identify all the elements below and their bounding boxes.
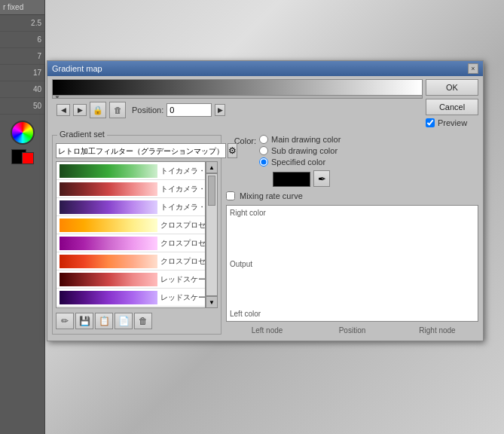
number-value-4: 40 [33,85,41,93]
position-expand-button[interactable]: ▶ [215,104,225,116]
gradient-item-label-6: レッドスケール・淡 [160,274,206,285]
gradient-item-label-1: トイカメラ・赤 [160,184,206,194]
left-panel-item: 50 [0,98,44,115]
next-node-button[interactable]: ▶ [73,104,87,116]
scroll-down-button[interactable]: ▼ [206,296,218,308]
ok-button[interactable]: OK [426,79,478,96]
gradient-ruler: ▼ [53,95,422,99]
ruler-marker-left: ▼ [54,94,60,99]
gradient-item-label-4: クロスプロセス・紫 [160,238,206,249]
gradient-set-group: Gradient set レトロ加工フィルター（グラデーションマップ） ⚙ トイ… [52,135,221,335]
left-panel-item: 7 [0,48,44,65]
radio-main-label: Main drawing color [271,135,341,144]
color-wheel[interactable] [11,121,35,145]
position-input[interactable] [166,103,212,117]
list-item[interactable]: トイカメラ・赤 [57,180,205,198]
list-item[interactable]: クロスプロセス・赤紫 [57,252,205,270]
specified-color-row: ✒ [273,170,341,187]
gradient-set-panel: Gradient set レトロ加工フィルター（グラデーションマップ） ⚙ トイ… [52,135,221,336]
paste-toolbar-button[interactable]: 📄 [115,313,133,329]
dialog-titlebar: Gradient map × [47,61,483,76]
radio-sub[interactable]: Sub drawing color [259,146,341,155]
color-radio-group: Main drawing color Sub drawing color Spe… [259,135,341,187]
gradient-swatch-0 [60,164,157,178]
prev-node-button[interactable]: ◀ [57,104,70,116]
dialog-main-content: Gradient set レトロ加工フィルター（グラデーションマップ） ⚙ トイ… [47,130,483,341]
gradient-dropdown-row: レトロ加工フィルター（グラデーションマップ） ⚙ [56,143,218,158]
radio-specified[interactable]: Specified color [259,157,341,167]
gradient-list-row: トイカメラ・緑 トイカメラ・赤 トイカメラ・紫 クロスプロセス・赤 [56,161,218,308]
left-node-label: Left node [226,326,308,335]
left-panel-item: 17 [0,65,44,81]
background-color-swatch[interactable] [22,152,34,164]
preview-label: Preview [438,118,467,127]
radio-specified-label: Specified color [271,157,325,167]
list-item[interactable]: クロスプロセス・赤 [57,216,205,234]
mixing-rate-label: Mixing rate curve [240,191,303,200]
gradient-bar [53,80,422,95]
gradient-preview-container[interactable]: ▼ [52,79,423,99]
mixing-rate-checkbox[interactable] [226,191,235,200]
preview-checkbox[interactable] [426,118,435,127]
gradient-item-label-2: トイカメラ・紫 [160,202,206,212]
list-toolbar: ✏ 💾 📋 📄 🗑 [56,311,218,331]
gradient-item-label-3: クロスプロセス・赤 [160,220,206,231]
color-panel: Color: Main drawing color Sub drawing co… [226,135,478,336]
gradient-swatch-3 [60,219,157,232]
left-panel-label: r fixed [3,3,23,11]
list-scrollbar: ▲ ▼ [206,161,218,308]
color-section: Color: Main drawing color Sub drawing co… [226,135,478,187]
delete-toolbar-button[interactable]: 🗑 [134,313,152,329]
radio-sub-label: Sub drawing color [271,146,338,155]
list-item-more[interactable]: ＋その他… [57,307,205,308]
right-color-label: Right color [230,209,266,217]
scroll-track[interactable] [206,173,218,296]
dialog-close-button[interactable]: × [468,63,478,74]
list-item[interactable]: レッドスケール・淡 [57,270,205,289]
number-value-5: 50 [33,102,41,110]
specified-color-swatch[interactable] [273,172,310,187]
output-label: Output [230,259,252,267]
eyedropper-button[interactable]: ✒ [313,170,330,187]
radio-main-input[interactable] [259,135,268,144]
radio-main[interactable]: Main drawing color [259,135,341,144]
group-box-title: Gradient set [57,130,107,139]
left-panel-header: r fixed [0,0,44,15]
left-color-label: Left color [230,310,261,318]
gradient-item-label-0: トイカメラ・緑 [160,166,206,176]
gradient-set-dropdown[interactable]: レトロ加工フィルター（グラデーションマップ） [56,143,226,158]
save-toolbar-button[interactable]: 💾 [75,313,93,329]
lock-button[interactable]: 🔒 [90,102,106,118]
number-value-2: 7 [37,52,41,60]
number-value-1: 6 [37,35,41,44]
scroll-up-button[interactable]: ▲ [206,161,218,173]
curve-footer: Left node Position Right node [226,325,478,336]
left-panel-item: 2.5 [0,15,44,32]
wrench-button[interactable]: ⚙ [228,143,237,158]
gradient-map-dialog: Gradient map × ▼ ◀ ▶ 🔒 🗑 Pos [47,60,484,341]
gradient-swatch-5 [60,255,157,268]
list-item[interactable]: クロスプロセス・紫 [57,234,205,252]
list-item[interactable]: レッドスケール・紫 [57,289,205,307]
right-node-label: Right node [396,326,478,335]
gradient-swatch-4 [60,237,157,250]
scroll-thumb[interactable] [208,176,215,206]
cancel-button[interactable]: Cancel [426,99,478,115]
list-item[interactable]: トイカメラ・紫 [57,198,205,216]
delete-node-button[interactable]: 🗑 [109,102,126,118]
nav-row: ◀ ▶ 🔒 🗑 Position: ▶ [52,100,423,120]
gradient-swatch-2 [60,200,157,214]
preview-row: Preview [426,118,478,127]
gradient-list[interactable]: トイカメラ・緑 トイカメラ・赤 トイカメラ・紫 クロスプロセス・赤 [56,161,206,308]
gradient-swatch-6 [60,273,157,286]
number-value-3: 17 [33,69,41,77]
curve-area[interactable]: Right color Output Left color [226,205,478,322]
radio-sub-input[interactable] [259,146,268,155]
position-col-label: Position [311,326,393,335]
list-item[interactable]: トイカメラ・緑 [57,162,205,180]
radio-specified-input[interactable] [259,157,268,167]
edit-toolbar-button[interactable]: ✏ [56,313,74,329]
dialog-title: Gradient map [52,64,102,73]
left-panel: r fixed 2.5 6 7 17 40 50 [0,0,45,434]
copy-toolbar-button[interactable]: 📋 [95,313,113,329]
